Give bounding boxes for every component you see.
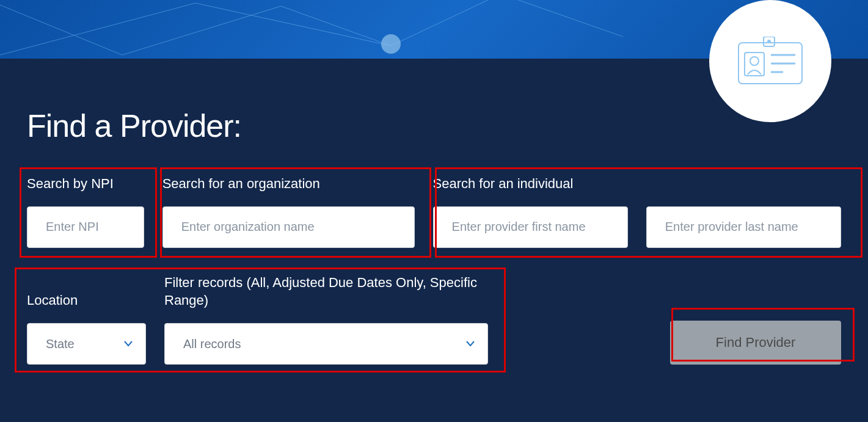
- organization-field-group: Search for an organization: [162, 175, 415, 248]
- svg-point-7: [381, 34, 401, 54]
- svg-line-2: [122, 6, 281, 55]
- svg-point-12: [750, 57, 759, 65]
- location-label: Location: [27, 291, 146, 310]
- organization-label: Search for an organization: [162, 175, 415, 193]
- filter-field-group: Filter records (All, Adjusted Due Dates …: [164, 274, 488, 365]
- organization-input[interactable]: [162, 206, 415, 248]
- header-badge: [709, 0, 831, 122]
- npi-field-group: Search by NPI: [27, 175, 144, 248]
- svg-rect-11: [745, 53, 764, 76]
- svg-line-1: [0, 3, 195, 55]
- npi-input[interactable]: [27, 206, 144, 248]
- page-title: Find a Provider:: [27, 107, 841, 144]
- svg-line-5: [391, 0, 501, 46]
- svg-line-3: [195, 3, 391, 46]
- npi-label: Search by NPI: [27, 175, 144, 193]
- submit-group: Find Provider: [670, 321, 841, 365]
- individual-label: Search for an individual: [433, 175, 841, 193]
- svg-line-4: [281, 6, 391, 46]
- filter-label: Filter records (All, Adjusted Due Dates …: [164, 274, 482, 310]
- svg-line-6: [501, 0, 623, 37]
- individual-field-group: Search for an individual: [433, 175, 841, 248]
- filter-select[interactable]: All records: [164, 323, 488, 365]
- id-badge-icon: [737, 37, 804, 85]
- location-field-group: Location State: [27, 291, 146, 365]
- find-provider-button[interactable]: Find Provider: [670, 321, 841, 365]
- state-select[interactable]: State: [27, 323, 146, 365]
- svg-point-10: [767, 40, 771, 43]
- top-banner: [0, 0, 868, 59]
- last-name-input[interactable]: [646, 206, 841, 248]
- first-name-input[interactable]: [433, 206, 628, 248]
